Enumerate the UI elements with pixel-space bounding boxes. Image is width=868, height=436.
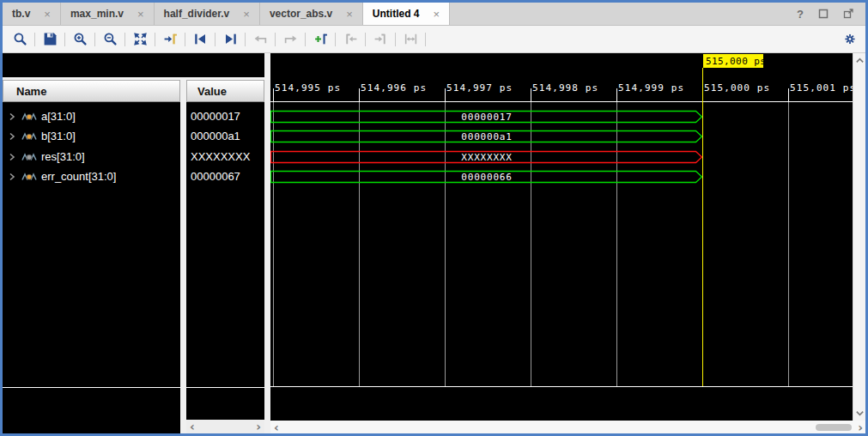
toolbar-separator — [245, 33, 246, 46]
scroll-up-icon[interactable] — [855, 56, 865, 65]
value-column-header[interactable]: Value — [186, 80, 264, 102]
ruler-tick — [788, 88, 789, 101]
signal-value-a[interactable]: 00000017 — [186, 106, 264, 126]
toolbar-separator — [425, 33, 426, 46]
ruler-tick — [531, 88, 531, 101]
ruler-tick-label: 514,995 ps — [275, 82, 341, 94]
zoom-out-icon[interactable] — [100, 29, 120, 50]
value-wave-divider[interactable] — [264, 53, 270, 433]
signal-value-err_count[interactable]: 00000067 — [186, 167, 264, 186]
scrollbar-thumb[interactable] — [816, 424, 852, 431]
waveform-window: tb.v×max_min.v×half_divider.v×vector_abs… — [0, 0, 868, 436]
bus-signal-icon — [21, 171, 37, 183]
signal-value-res[interactable]: XXXXXXXX — [186, 147, 264, 167]
search-icon[interactable] — [9, 29, 30, 50]
previous-transition-icon[interactable] — [190, 29, 210, 50]
expand-chevron-icon[interactable] — [9, 172, 15, 182]
gridline — [445, 102, 446, 387]
scroll-left-icon[interactable]: ‹ — [190, 421, 195, 433]
toolbar-separator — [124, 33, 125, 46]
scroll-left-icon[interactable]: ‹ — [274, 421, 279, 433]
bus-signal-icon — [21, 111, 37, 123]
cursor-time-badge[interactable]: 515,000 ps — [703, 54, 763, 68]
gridline — [273, 102, 274, 387]
tab-tb-v[interactable]: tb.v× — [3, 3, 61, 25]
toolbar-separator — [305, 33, 306, 46]
waveform-toolbar — [3, 26, 865, 53]
time-cursor[interactable] — [702, 68, 703, 387]
tab-close-icon[interactable]: × — [44, 9, 51, 20]
toolbar-separator — [185, 33, 185, 46]
signal-row-res[interactable]: res[31:0] — [3, 147, 180, 167]
signal-value-text: 00000017 — [191, 110, 240, 123]
go-to-cursor-icon[interactable] — [160, 29, 180, 50]
next-transition-icon[interactable] — [220, 29, 240, 50]
ruler-tick — [273, 88, 274, 101]
signal-row-a[interactable]: a[31:0] — [3, 106, 180, 126]
ruler-tick-label: 515,000 ps — [704, 82, 770, 94]
tab-label: max_min.v — [70, 8, 124, 20]
bus-wave-err_count: 00000066 — [270, 170, 703, 184]
add-marker-icon[interactable] — [310, 29, 331, 50]
signal-value-b[interactable]: 000000a1 — [186, 126, 264, 146]
gridline — [788, 102, 789, 387]
expand-chevron-icon[interactable] — [9, 152, 15, 162]
gridline — [359, 102, 360, 387]
scroll-down-icon[interactable] — [855, 409, 865, 418]
ruler-tick-label: 514,997 ps — [446, 82, 513, 94]
zoom-in-icon[interactable] — [70, 29, 90, 50]
span-markers-icon — [400, 29, 421, 50]
float-window-icon[interactable] — [843, 9, 853, 19]
toolbar-separator — [215, 33, 215, 46]
value-column-scrollbar[interactable]: ‹ › — [186, 420, 264, 433]
expand-chevron-icon[interactable] — [9, 131, 15, 142]
horizontal-scrollbar[interactable]: ‹ › — [270, 421, 865, 433]
tab-close-icon[interactable]: × — [434, 9, 440, 20]
tab-untitled-4[interactable]: Untitled 4× — [363, 3, 450, 25]
tab-vector-abs-v[interactable]: vector_abs.v× — [260, 3, 363, 25]
zoom-fit-icon[interactable] — [130, 29, 150, 50]
tab-half-divider-v[interactable]: half_divider.v× — [155, 3, 260, 25]
bus-signal-icon — [21, 130, 37, 142]
save-icon[interactable] — [39, 29, 60, 50]
toolbar-separator — [335, 33, 336, 46]
help-icon[interactable]: ? — [797, 8, 804, 21]
scroll-right-icon[interactable]: › — [256, 421, 261, 433]
signal-name: b[31:0] — [41, 130, 76, 142]
vertical-scrollbar[interactable] — [853, 53, 865, 421]
redo-zoom-icon — [280, 29, 300, 50]
ruler-tick-label: 514,996 ps — [361, 82, 427, 94]
signal-value-text: XXXXXXXX — [191, 150, 250, 163]
expand-chevron-icon[interactable] — [9, 112, 15, 122]
toolbar-separator — [365, 33, 366, 46]
scroll-right-icon[interactable]: › — [858, 421, 863, 433]
bus-value-text: 000000a1 — [270, 130, 703, 143]
settings-gear-icon[interactable] — [845, 29, 865, 50]
maximize-icon[interactable] — [818, 9, 829, 19]
tab-label: Untitled 4 — [373, 8, 420, 20]
tab-max-min-v[interactable]: max_min.v× — [61, 3, 155, 25]
ruler-tick-label: 514,999 ps — [618, 82, 684, 94]
toolbar-separator — [155, 33, 155, 46]
toolbar-separator — [94, 33, 95, 46]
signal-value-text: 00000067 — [191, 170, 240, 183]
signal-value-text: 000000a1 — [191, 130, 240, 142]
ruler-tick-label: 515,001 ps — [790, 82, 853, 94]
waveform-canvas[interactable]: 514,995 ps514,996 ps514,997 ps514,998 ps… — [270, 53, 853, 421]
name-column-header[interactable]: Name — [3, 80, 180, 102]
ruler-tick — [359, 88, 360, 101]
signal-row-err_count[interactable]: err_count[31:0] — [3, 167, 180, 186]
bus-signal-icon — [21, 151, 37, 163]
ruler-tick — [616, 88, 617, 101]
signal-row-b[interactable]: b[31:0] — [3, 126, 180, 146]
tab-close-icon[interactable]: × — [137, 9, 144, 20]
toolbar-separator — [64, 33, 65, 46]
toolbar-separator — [275, 33, 276, 46]
previous-marker-icon — [340, 29, 361, 50]
gridline — [531, 102, 531, 387]
gridline — [616, 102, 617, 387]
name-value-divider[interactable] — [180, 77, 186, 433]
tab-close-icon[interactable]: × — [243, 9, 250, 20]
tab-close-icon[interactable]: × — [346, 9, 353, 20]
ruler-tick — [445, 88, 446, 101]
